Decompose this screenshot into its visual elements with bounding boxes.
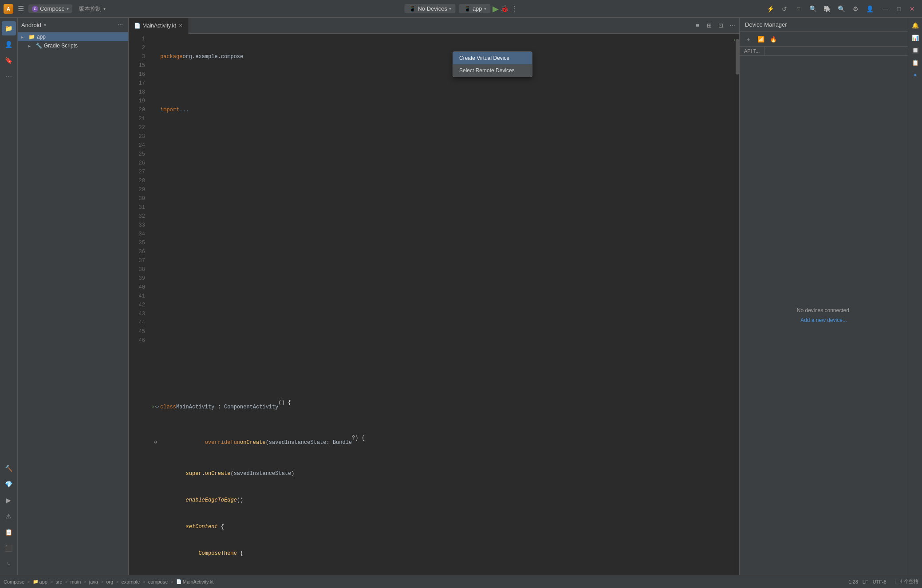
sidebar-item-terminal[interactable]: ⬛ xyxy=(2,541,16,555)
line-numbers: 1 2 3 15 16 17 18 19 20 21 22 xyxy=(129,34,149,575)
right-icon-bookmarks[interactable]: 📊 xyxy=(910,32,921,43)
app-target-arrow: ▾ xyxy=(484,6,486,11)
right-icon-docs[interactable]: 📋 xyxy=(910,57,921,68)
scrollbar[interactable] xyxy=(735,34,739,575)
tree-item-gradle[interactable]: ▸ 🔧 Gradle Scripts xyxy=(18,41,128,50)
code-line-20: setContent { xyxy=(152,522,739,531)
tab-file-icon: 📄 xyxy=(134,23,141,29)
analyze-icon[interactable]: 🔍 xyxy=(807,3,819,15)
code-line-21: ComposeTheme { xyxy=(152,549,739,558)
breadcrumb: Compose > 📁 app > src > main > java > or… xyxy=(4,579,213,584)
cursor-position[interactable]: 1:28 xyxy=(848,579,858,584)
debug-button[interactable]: 🐞 xyxy=(500,5,509,13)
breadcrumb-main[interactable]: main xyxy=(70,579,81,584)
maximize-button[interactable]: □ xyxy=(893,3,905,15)
editor-tabs: 📄 MainActivity.kt ✕ ≡ ⊞ ⊡ ⋯ xyxy=(129,18,739,34)
tree-arrow-gradle: ▸ xyxy=(28,43,34,48)
status-bar: Compose > 📁 app > src > main > java > or… xyxy=(0,575,922,588)
breadcrumb-compose[interactable]: Compose xyxy=(4,579,24,584)
file-tree-header: Android ▾ ⋯ xyxy=(18,18,128,32)
code-line-8 xyxy=(152,239,739,247)
code-editor[interactable]: 1 2 3 15 16 17 18 19 20 21 22 xyxy=(129,34,739,575)
line-ending[interactable]: LF xyxy=(863,579,868,584)
add-new-device-link[interactable]: Add a new device... xyxy=(800,317,847,323)
panel-header-actions: ⋯ xyxy=(116,20,125,29)
sidebar-item-files[interactable]: 📁 xyxy=(2,21,16,35)
profiler-icon[interactable]: ⚡ xyxy=(764,3,776,15)
sidebar-item-build[interactable]: 🔨 xyxy=(2,461,16,475)
app-target-label: app xyxy=(473,5,482,12)
breadcrumb-example[interactable]: example xyxy=(122,579,140,584)
sidebar-item-bookmarks[interactable]: 🔖 xyxy=(2,53,16,67)
run-button[interactable]: ▶ xyxy=(493,4,499,14)
panel-more-button[interactable]: ⋯ xyxy=(116,20,125,29)
tab-filename: MainActivity.kt xyxy=(142,23,176,29)
run-controls: 📱 app ▾ ▶ 🐞 ⋮ xyxy=(459,4,518,14)
settings-icon[interactable]: ⚙ xyxy=(849,3,862,15)
right-icon-ai[interactable]: ✦ xyxy=(910,69,921,81)
minimize-button[interactable]: ─ xyxy=(879,3,892,15)
sidebar-item-more[interactable]: ⋯ xyxy=(2,69,16,83)
tree-item-app[interactable]: ▸ 📁 app xyxy=(18,32,128,41)
code-line-3: import ... xyxy=(152,106,739,114)
breadcrumb-src[interactable]: src xyxy=(55,579,62,584)
no-devices-button[interactable]: 📱 No Devices ▾ xyxy=(404,4,455,13)
project-icon: C xyxy=(32,6,38,12)
gradle-scripts-icon: 🔧 xyxy=(35,43,42,49)
gradle-icon[interactable]: ≡ xyxy=(792,3,805,15)
project-selector[interactable]: C Compose ▾ xyxy=(28,4,72,13)
app-target-selector[interactable]: 📱 app ▾ xyxy=(459,4,491,13)
no-devices-label: No Devices xyxy=(418,5,447,12)
breadcrumb-compose-pkg[interactable]: compose xyxy=(148,579,168,584)
main-layout: 📁 👤 🔖 ⋯ 🔨 💎 ▶ ⚠ 📋 ⬛ ⑂ Android ▾ ⋯ ▸ 📁 ap… xyxy=(0,18,922,575)
sidebar-item-run[interactable]: ▶ xyxy=(2,493,16,507)
version-control-arrow: ▾ xyxy=(103,6,106,11)
breadcrumb-filename[interactable]: 📄 MainActivity.kt xyxy=(176,579,213,584)
refactor-icon[interactable]: 🐘 xyxy=(821,3,833,15)
title-bar: A ☰ C Compose ▾ 版本控制 ▾ 📱 No Devices ▾ 📱 … xyxy=(0,0,922,18)
add-device-button[interactable]: + xyxy=(743,34,754,44)
breadcrumb-app[interactable]: 📁 app xyxy=(33,579,47,584)
sync-icon[interactable]: ↺ xyxy=(778,3,791,15)
code-content[interactable]: package org.example.compose import ... ▷… xyxy=(149,34,739,575)
right-icon-notifications[interactable]: 🔔 xyxy=(910,20,921,31)
editor-area: 📄 MainActivity.kt ✕ ≡ ⊞ ⊡ ⋯ 1 2 3 xyxy=(129,18,739,575)
sidebar-item-problems[interactable]: ⚠ xyxy=(2,509,16,523)
status-right: 1:28 LF UTF-8 ⎹ 4 个空格 xyxy=(848,578,918,585)
tab-action-list[interactable]: ≡ xyxy=(692,20,703,31)
code-line-16: ▷<> class MainActivity : ComponentActivi… xyxy=(152,398,739,416)
sidebar-item-logcat[interactable]: 📋 xyxy=(2,525,16,539)
code-line-17: ⚙ override fun onCreate(savedInstanceSta… xyxy=(152,434,739,451)
account-icon[interactable]: 👤 xyxy=(863,3,876,15)
fire-icon-button[interactable]: 🔥 xyxy=(768,34,779,44)
device-tab-api[interactable]: API T... xyxy=(740,47,764,55)
right-icon-todo[interactable]: 🔲 xyxy=(910,44,921,56)
folder-icon: 📁 xyxy=(28,34,35,40)
device-content: No devices connected. Add a new device..… xyxy=(740,56,908,575)
wifi-device-button[interactable]: 📶 xyxy=(756,34,766,44)
create-virtual-device-option[interactable]: Create Virtual Device xyxy=(453,52,532,64)
search-everywhere-icon[interactable]: 🔍 xyxy=(835,3,847,15)
select-remote-devices-option[interactable]: Select Remote Devices xyxy=(453,64,532,77)
sidebar-item-git[interactable]: ⑂ xyxy=(2,557,16,571)
spaces-label[interactable]: 4 个空格 xyxy=(900,578,918,585)
tab-action-split-vertical[interactable]: ⊡ xyxy=(715,20,726,31)
tab-close-button[interactable]: ✕ xyxy=(178,22,183,29)
sidebar-item-structure[interactable]: 👤 xyxy=(2,37,16,51)
devices-dropdown-arrow: ▾ xyxy=(449,6,451,11)
breadcrumb-org[interactable]: org xyxy=(106,579,113,584)
sidebar-item-gemini[interactable]: 💎 xyxy=(2,477,16,491)
version-control-selector[interactable]: 版本控制 ▾ xyxy=(75,4,109,14)
tab-action-more[interactable]: ⋯ xyxy=(727,20,737,31)
hamburger-menu-icon[interactable]: ☰ xyxy=(16,3,26,15)
code-line-4 xyxy=(152,132,739,141)
scrollbar-thumb[interactable] xyxy=(736,39,739,74)
tab-action-split-horizontal[interactable]: ⊞ xyxy=(704,20,714,31)
editor-tab-mainactivity[interactable]: 📄 MainActivity.kt ✕ xyxy=(129,18,189,34)
more-run-options-button[interactable]: ⋮ xyxy=(511,4,518,13)
file-tree-panel: Android ▾ ⋯ ▸ 📁 app ▸ 🔧 Gradle Scripts xyxy=(18,18,129,575)
encoding[interactable]: UTF-8 xyxy=(873,579,887,584)
close-button[interactable]: ✕ xyxy=(906,3,918,15)
version-control-label: 版本控制 xyxy=(79,5,102,13)
breadcrumb-java[interactable]: java xyxy=(89,579,98,584)
